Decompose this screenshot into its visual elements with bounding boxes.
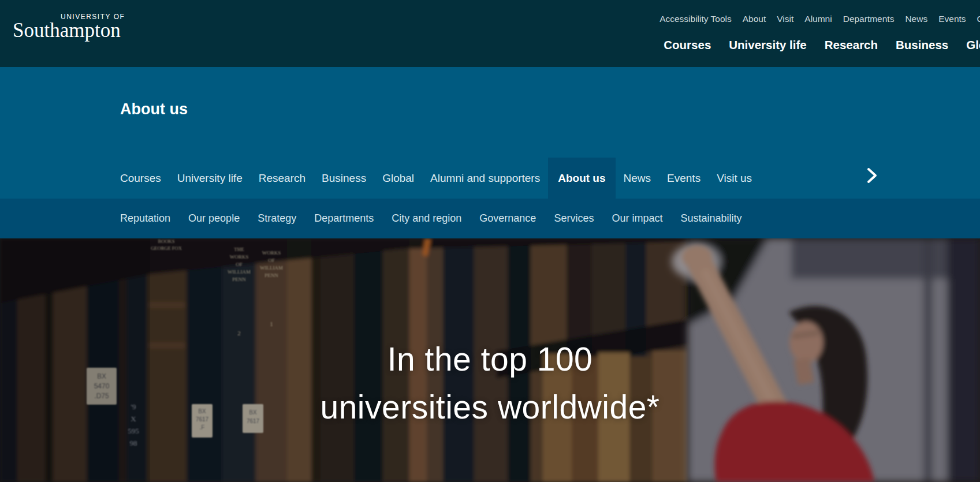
utility-link-visit[interactable]: Visit xyxy=(777,14,793,24)
utility-link-departments[interactable]: Departments xyxy=(843,14,895,24)
section-band: About us Courses University life Researc… xyxy=(0,67,980,199)
primary-link-research[interactable]: Research xyxy=(825,38,878,52)
section-nav: Courses University life Research Busines… xyxy=(112,158,760,199)
utility-link-about[interactable]: About xyxy=(743,14,766,24)
hero-heading: In the top 100 universities worldwide* xyxy=(0,335,980,431)
subsection-link-strategy[interactable]: Strategy xyxy=(258,212,296,225)
section-tab-courses[interactable]: Courses xyxy=(112,158,169,199)
utility-link-contact[interactable]: Contact xyxy=(977,14,980,24)
section-tab-alumni-and-supporters[interactable]: Alumni and supporters xyxy=(422,158,548,199)
logo-line-southampton: Southampton xyxy=(13,21,125,40)
section-tab-global[interactable]: Global xyxy=(374,158,422,199)
subsection-link-reputation[interactable]: Reputation xyxy=(120,212,170,225)
section-tab-research[interactable]: Research xyxy=(251,158,314,199)
university-logo[interactable]: UNIVERSITY OF Southampton xyxy=(13,13,125,40)
utility-nav: Accessibility Tools About Visit Alumni D… xyxy=(659,14,980,24)
subsection-link-our-impact[interactable]: Our impact xyxy=(612,212,662,225)
subsection-link-services[interactable]: Services xyxy=(554,212,594,225)
subsection-link-city-and-region[interactable]: City and region xyxy=(392,212,461,225)
section-tab-visit-us[interactable]: Visit us xyxy=(709,158,760,199)
primary-nav: Courses University life Research Busines… xyxy=(664,38,980,52)
utility-link-alumni[interactable]: Alumni xyxy=(804,14,832,24)
subsection-link-our-people[interactable]: Our people xyxy=(188,212,240,225)
section-tab-business[interactable]: Business xyxy=(314,158,374,199)
section-tab-about-us-active[interactable]: About us xyxy=(548,158,615,199)
subsection-nav: Reputation Our people Strategy Departmen… xyxy=(0,199,980,238)
section-tab-events[interactable]: Events xyxy=(659,158,709,199)
chevron-right-icon[interactable] xyxy=(866,167,878,184)
utility-link-accessibility-tools[interactable]: Accessibility Tools xyxy=(659,14,732,24)
page-title: About us xyxy=(120,100,188,118)
hero-banner: BX 5470 .D75 '9 X 595 98 BX 7617 .F BX 7… xyxy=(0,238,980,482)
subsection-link-departments[interactable]: Departments xyxy=(314,212,374,225)
subsection-link-sustainability[interactable]: Sustainability xyxy=(680,212,741,225)
utility-link-news[interactable]: News xyxy=(905,14,927,24)
site-header: UNIVERSITY OF Southampton Accessibility … xyxy=(0,0,980,67)
primary-link-business[interactable]: Business xyxy=(896,38,948,52)
primary-link-courses[interactable]: Courses xyxy=(664,38,711,52)
hero-heading-line2: universities worldwide* xyxy=(0,383,980,431)
primary-link-global[interactable]: Global xyxy=(966,38,980,52)
utility-link-events[interactable]: Events xyxy=(938,14,966,24)
section-tab-university-life[interactable]: University life xyxy=(169,158,251,199)
subsection-link-governance[interactable]: Governance xyxy=(479,212,536,225)
hero-heading-line1: In the top 100 xyxy=(0,335,980,383)
section-tab-news[interactable]: News xyxy=(616,158,659,199)
primary-link-university-life[interactable]: University life xyxy=(729,38,806,52)
